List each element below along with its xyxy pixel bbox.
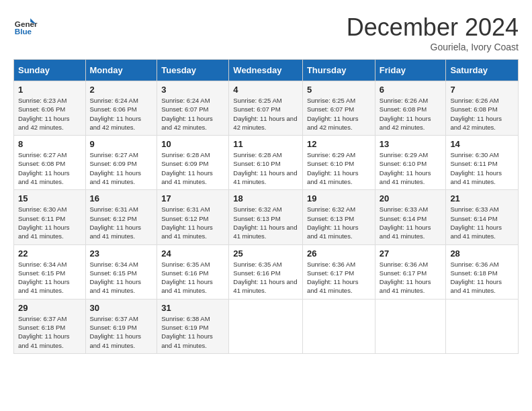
calendar-cell: 18 Sunrise: 6:32 AM Sunset: 6:13 PM Dayl…	[229, 190, 303, 244]
day-number: 11	[233, 139, 298, 149]
days-of-week-row: SundayMondayTuesdayWednesdayThursdayFrid…	[14, 60, 519, 81]
calendar-cell: 2 Sunrise: 6:24 AM Sunset: 6:06 PM Dayli…	[85, 81, 157, 136]
day-info: Sunrise: 6:25 AM Sunset: 6:07 PM Dayligh…	[233, 96, 298, 132]
day-number: 23	[90, 248, 153, 259]
day-info: Sunrise: 6:28 AM Sunset: 6:09 PM Dayligh…	[161, 150, 224, 186]
day-info: Sunrise: 6:36 AM Sunset: 6:18 PM Dayligh…	[450, 260, 514, 295]
calendar-cell: 6 Sunrise: 6:26 AM Sunset: 6:08 PM Dayli…	[375, 81, 446, 136]
day-info: Sunrise: 6:24 AM Sunset: 6:06 PM Dayligh…	[90, 96, 153, 132]
day-number: 29	[18, 303, 81, 313]
calendar-cell: 10 Sunrise: 6:28 AM Sunset: 6:09 PM Dayl…	[157, 136, 229, 190]
day-number: 19	[307, 193, 371, 203]
day-number: 28	[450, 248, 514, 259]
calendar-cell: 3 Sunrise: 6:24 AM Sunset: 6:07 PM Dayli…	[157, 81, 229, 136]
calendar-cell: 25 Sunrise: 6:35 AM Sunset: 6:16 PM Dayl…	[229, 244, 303, 299]
svg-text:Blue: Blue	[15, 27, 32, 36]
day-info: Sunrise: 6:26 AM Sunset: 6:08 PM Dayligh…	[450, 96, 514, 132]
calendar-cell: 14 Sunrise: 6:30 AM Sunset: 6:11 PM Dayl…	[446, 136, 519, 190]
day-info: Sunrise: 6:29 AM Sunset: 6:10 PM Dayligh…	[307, 150, 371, 186]
calendar-cell: 28 Sunrise: 6:36 AM Sunset: 6:18 PM Dayl…	[446, 244, 519, 299]
calendar-cell: 21 Sunrise: 6:33 AM Sunset: 6:14 PM Dayl…	[446, 190, 519, 244]
day-info: Sunrise: 6:36 AM Sunset: 6:17 PM Dayligh…	[307, 260, 371, 295]
day-number: 25	[233, 248, 298, 259]
day-info: Sunrise: 6:26 AM Sunset: 6:08 PM Dayligh…	[380, 96, 442, 132]
day-number: 4	[233, 85, 298, 95]
calendar-cell: 15 Sunrise: 6:30 AM Sunset: 6:11 PM Dayl…	[14, 190, 86, 244]
logo: General Blue	[13, 13, 38, 38]
day-info: Sunrise: 6:35 AM Sunset: 6:16 PM Dayligh…	[233, 260, 298, 295]
calendar-week-3: 15 Sunrise: 6:30 AM Sunset: 6:11 PM Dayl…	[14, 190, 519, 244]
day-header-sunday: Sunday	[14, 60, 86, 81]
day-header-monday: Monday	[85, 60, 157, 81]
calendar-cell: 16 Sunrise: 6:31 AM Sunset: 6:12 PM Dayl…	[85, 190, 157, 244]
calendar-cell	[229, 299, 303, 353]
calendar-cell: 22 Sunrise: 6:34 AM Sunset: 6:15 PM Dayl…	[14, 244, 86, 299]
calendar-cell: 29 Sunrise: 6:37 AM Sunset: 6:18 PM Dayl…	[14, 299, 86, 353]
day-info: Sunrise: 6:28 AM Sunset: 6:10 PM Dayligh…	[233, 150, 298, 186]
calendar-cell: 17 Sunrise: 6:31 AM Sunset: 6:12 PM Dayl…	[157, 190, 229, 244]
day-info: Sunrise: 6:38 AM Sunset: 6:19 PM Dayligh…	[161, 314, 224, 350]
day-info: Sunrise: 6:33 AM Sunset: 6:14 PM Dayligh…	[450, 205, 514, 240]
day-number: 22	[18, 248, 81, 259]
day-info: Sunrise: 6:37 AM Sunset: 6:18 PM Dayligh…	[18, 314, 81, 350]
calendar-table: SundayMondayTuesdayWednesdayThursdayFrid…	[13, 59, 519, 354]
calendar-cell: 26 Sunrise: 6:36 AM Sunset: 6:17 PM Dayl…	[302, 244, 375, 299]
day-info: Sunrise: 6:32 AM Sunset: 6:13 PM Dayligh…	[307, 205, 371, 240]
calendar-cell: 4 Sunrise: 6:25 AM Sunset: 6:07 PM Dayli…	[229, 81, 303, 136]
day-info: Sunrise: 6:34 AM Sunset: 6:15 PM Dayligh…	[90, 260, 153, 295]
day-info: Sunrise: 6:33 AM Sunset: 6:14 PM Dayligh…	[380, 205, 442, 240]
day-number: 1	[18, 85, 81, 95]
calendar-cell: 13 Sunrise: 6:29 AM Sunset: 6:10 PM Dayl…	[375, 136, 446, 190]
calendar-cell: 31 Sunrise: 6:38 AM Sunset: 6:19 PM Dayl…	[157, 299, 229, 353]
calendar-cell: 7 Sunrise: 6:26 AM Sunset: 6:08 PM Dayli…	[446, 81, 519, 136]
day-info: Sunrise: 6:30 AM Sunset: 6:11 PM Dayligh…	[18, 205, 81, 240]
day-number: 20	[380, 193, 442, 203]
calendar-cell: 9 Sunrise: 6:27 AM Sunset: 6:09 PM Dayli…	[85, 136, 157, 190]
day-number: 16	[90, 193, 153, 203]
calendar-cell	[375, 299, 446, 353]
day-number: 6	[380, 85, 442, 95]
day-number: 27	[380, 248, 442, 259]
day-number: 18	[233, 193, 298, 203]
day-header-saturday: Saturday	[446, 60, 519, 81]
day-info: Sunrise: 6:24 AM Sunset: 6:07 PM Dayligh…	[161, 96, 224, 132]
day-number: 8	[18, 139, 81, 149]
day-info: Sunrise: 6:31 AM Sunset: 6:12 PM Dayligh…	[90, 205, 153, 240]
day-number: 3	[161, 85, 224, 95]
calendar-header: SundayMondayTuesdayWednesdayThursdayFrid…	[14, 60, 519, 81]
day-info: Sunrise: 6:36 AM Sunset: 6:17 PM Dayligh…	[380, 260, 442, 295]
day-info: Sunrise: 6:37 AM Sunset: 6:19 PM Dayligh…	[90, 314, 153, 350]
day-header-tuesday: Tuesday	[157, 60, 229, 81]
day-info: Sunrise: 6:30 AM Sunset: 6:11 PM Dayligh…	[450, 150, 514, 186]
logo-icon: General Blue	[13, 13, 38, 38]
calendar-week-1: 1 Sunrise: 6:23 AM Sunset: 6:06 PM Dayli…	[14, 81, 519, 136]
day-number: 9	[90, 139, 153, 149]
calendar-cell: 24 Sunrise: 6:35 AM Sunset: 6:16 PM Dayl…	[157, 244, 229, 299]
day-header-thursday: Thursday	[302, 60, 375, 81]
calendar-cell: 30 Sunrise: 6:37 AM Sunset: 6:19 PM Dayl…	[85, 299, 157, 353]
day-number: 17	[161, 193, 224, 203]
calendar-cell	[446, 299, 519, 353]
calendar-week-4: 22 Sunrise: 6:34 AM Sunset: 6:15 PM Dayl…	[14, 244, 519, 299]
page-header: General Blue December 2024 Gouriela, Ivo…	[13, 13, 519, 52]
day-info: Sunrise: 6:25 AM Sunset: 6:07 PM Dayligh…	[307, 96, 371, 132]
calendar-cell	[302, 299, 375, 353]
day-number: 14	[450, 139, 514, 149]
calendar-week-5: 29 Sunrise: 6:37 AM Sunset: 6:18 PM Dayl…	[14, 299, 519, 353]
day-info: Sunrise: 6:34 AM Sunset: 6:15 PM Dayligh…	[18, 260, 81, 295]
calendar-cell: 27 Sunrise: 6:36 AM Sunset: 6:17 PM Dayl…	[375, 244, 446, 299]
calendar-cell: 11 Sunrise: 6:28 AM Sunset: 6:10 PM Dayl…	[229, 136, 303, 190]
calendar-cell: 5 Sunrise: 6:25 AM Sunset: 6:07 PM Dayli…	[302, 81, 375, 136]
calendar-cell: 12 Sunrise: 6:29 AM Sunset: 6:10 PM Dayl…	[302, 136, 375, 190]
day-number: 31	[161, 303, 224, 313]
day-header-friday: Friday	[375, 60, 446, 81]
calendar-body: 1 Sunrise: 6:23 AM Sunset: 6:06 PM Dayli…	[14, 81, 519, 354]
day-number: 12	[307, 139, 371, 149]
calendar-cell: 8 Sunrise: 6:27 AM Sunset: 6:08 PM Dayli…	[14, 136, 86, 190]
month-title: December 2024	[347, 13, 519, 42]
day-number: 13	[380, 139, 442, 149]
day-number: 26	[307, 248, 371, 259]
day-number: 5	[307, 85, 371, 95]
day-info: Sunrise: 6:31 AM Sunset: 6:12 PM Dayligh…	[161, 205, 224, 240]
day-info: Sunrise: 6:35 AM Sunset: 6:16 PM Dayligh…	[161, 260, 224, 295]
